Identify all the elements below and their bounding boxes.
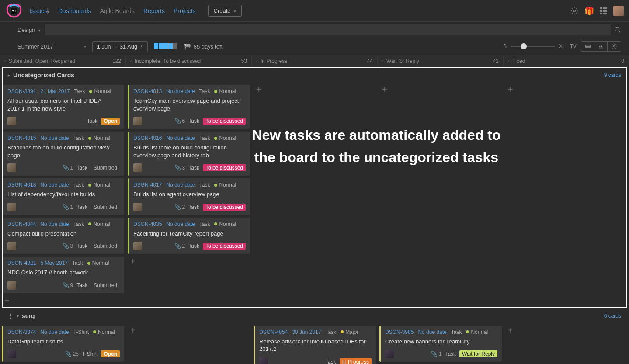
- swimlane-header[interactable]: ▸ Uncategorized Cards 9 cards: [0, 67, 629, 83]
- card-footer-type: Task: [76, 243, 87, 249]
- user-avatar[interactable]: [613, 6, 624, 16]
- attachment-icon: 📎1: [431, 351, 442, 357]
- gear-icon[interactable]: [608, 42, 621, 51]
- collapse-icon[interactable]: ‹: [508, 58, 510, 64]
- nav-projects[interactable]: Projects: [174, 7, 196, 14]
- add-card[interactable]: +: [2, 296, 12, 306]
- card-title: Release artwork for IntelliJ-based IDEs …: [259, 338, 372, 353]
- column-header[interactable]: ‹Incomplete, To be discussed53: [126, 55, 252, 67]
- card-id[interactable]: DSGN-4035: [133, 221, 162, 227]
- card-title: Builds list on agent overview page: [133, 191, 246, 198]
- sprint-select[interactable]: Summer 2017▾: [17, 43, 86, 50]
- apps-icon[interactable]: [600, 7, 607, 14]
- state-badge: Open: [101, 350, 120, 357]
- add-card[interactable]: +: [379, 85, 390, 95]
- card-id[interactable]: DSGN-4021: [7, 260, 36, 266]
- card-id[interactable]: DSGN-4017: [133, 182, 162, 188]
- collapse-icon[interactable]: ‹: [130, 58, 132, 64]
- assignee-avatar[interactable]: [133, 242, 142, 250]
- assignee-avatar[interactable]: [133, 163, 142, 172]
- card[interactable]: DSGN-4015No due dateTaskNormal Branches …: [2, 132, 124, 176]
- add-card[interactable]: +: [128, 257, 138, 267]
- card-id[interactable]: DSGN-4015: [7, 135, 36, 141]
- days-left: 🏁85 days left: [184, 43, 223, 50]
- attachment-icon: 📎3: [63, 243, 73, 249]
- card[interactable]: DSGN-4013No due dateTaskNormal TeamCity …: [128, 85, 250, 129]
- card-due: No due date: [166, 182, 195, 188]
- filter-input[interactable]: [45, 24, 611, 35]
- collapse-icon[interactable]: ‹: [382, 58, 384, 64]
- date-range[interactable]: 1 Jun — 31 Aug ▾: [92, 41, 148, 52]
- card-type: Task: [73, 182, 84, 188]
- nav-agile-boards[interactable]: Agile Boards: [100, 7, 135, 14]
- collapse-icon[interactable]: ‹: [4, 58, 6, 64]
- lane-column: DSGN-4013No due dateTaskNormal TeamCity …: [126, 83, 252, 308]
- assignee-avatar[interactable]: [259, 357, 268, 364]
- add-card[interactable]: +: [254, 85, 264, 95]
- lane-column: DSGN-389121 Mar 2017TaskNormal All our u…: [0, 83, 126, 308]
- card-id[interactable]: DSGN-4054: [259, 329, 288, 335]
- assignee-avatar[interactable]: [7, 350, 16, 358]
- youtrack-logo[interactable]: YT: [5, 2, 23, 20]
- filter-label[interactable]: Design ▾: [17, 27, 41, 33]
- state-badge: In Progress: [340, 358, 372, 364]
- column-header[interactable]: ‹Fixed0: [504, 55, 629, 67]
- tv-mode[interactable]: TV: [570, 43, 577, 49]
- card[interactable]: DSGN-4016No due dateTaskNormal Builds li…: [128, 132, 250, 176]
- card-due: No due date: [166, 221, 195, 227]
- assignee-avatar[interactable]: [133, 203, 142, 211]
- card[interactable]: DSGN-4017No due dateTaskNormal Builds li…: [128, 178, 250, 215]
- card-id[interactable]: DSGN-3985: [385, 329, 414, 335]
- nav-reports[interactable]: Reports: [143, 7, 165, 14]
- settings-icon[interactable]: [570, 7, 578, 15]
- column-header[interactable]: ‹Submitted, Open, Reopened122: [0, 55, 126, 67]
- card-type: Task: [199, 135, 210, 141]
- card-size-slider[interactable]: [511, 46, 555, 47]
- assignee-avatar[interactable]: [7, 163, 16, 172]
- flag-icon: 🏁: [184, 43, 191, 50]
- assignee-avatar[interactable]: [7, 203, 16, 211]
- assignee-avatar[interactable]: [385, 350, 394, 358]
- assignee-avatar[interactable]: [133, 117, 142, 125]
- card[interactable]: DSGN-4018No due dateTaskNormal List of d…: [2, 178, 124, 215]
- search-icon[interactable]: [614, 26, 621, 33]
- card-id[interactable]: DSGN-3374: [7, 329, 36, 335]
- column-header[interactable]: ‹Wait for Reply42: [378, 55, 504, 67]
- card-footer-type: Task: [76, 165, 87, 171]
- card[interactable]: DSGN-40215 May 2017TaskNormal NDC Oslo 2…: [2, 257, 124, 293]
- collapse-toggle-icon[interactable]: ▸: [8, 73, 10, 78]
- card-title: All our usual banners for IntelliJ IDEA …: [7, 97, 120, 112]
- card-id[interactable]: DSGN-4016: [133, 135, 162, 141]
- card[interactable]: DSGN-3374No due dateT-ShirtNormal DataGr…: [2, 326, 124, 362]
- swimlane-header[interactable]: ⋮ ▾ serg 6 cards: [0, 308, 629, 324]
- add-card[interactable]: +: [128, 326, 138, 336]
- chevron-down-icon: ▾: [141, 44, 143, 49]
- assignee-avatar[interactable]: [7, 281, 16, 290]
- assignee-avatar[interactable]: [7, 242, 16, 250]
- card-priority: Normal: [88, 182, 110, 188]
- card-id[interactable]: DSGN-4044: [7, 221, 36, 227]
- gift-icon[interactable]: 🎁: [584, 6, 594, 16]
- svg-point-4: [613, 45, 615, 47]
- card-type: Task: [199, 182, 210, 188]
- card[interactable]: DSGN-4044No due dateTaskNormal Compact b…: [2, 218, 124, 254]
- card[interactable]: DSGN-389121 Mar 2017TaskNormal All our u…: [2, 85, 124, 129]
- add-card[interactable]: +: [505, 326, 516, 336]
- add-card[interactable]: +: [505, 85, 516, 95]
- assignee-avatar[interactable]: [7, 117, 16, 125]
- column-header[interactable]: ‹In Progress44: [252, 55, 378, 67]
- card[interactable]: DSGN-4035No due dateTaskNormal Facelifti…: [128, 218, 250, 254]
- card-id[interactable]: DSGN-4018: [7, 182, 36, 188]
- backlog-icon[interactable]: [581, 42, 594, 51]
- create-button[interactable]: Create ▾: [208, 5, 242, 17]
- card-id[interactable]: DSGN-4013: [133, 88, 162, 94]
- collapse-toggle-icon[interactable]: ▾: [17, 313, 19, 319]
- card-id[interactable]: DSGN-3891: [7, 88, 36, 94]
- card[interactable]: DSGN-3985No due dateTaskNormal Create ne…: [379, 326, 502, 362]
- nav-issues[interactable]: Issues |▾: [30, 7, 49, 14]
- chart-icon[interactable]: [594, 42, 608, 51]
- collapse-icon[interactable]: ‹: [256, 58, 258, 64]
- drag-handle-icon[interactable]: ⋮: [8, 312, 14, 319]
- nav-dashboards[interactable]: Dashboards: [58, 7, 91, 14]
- card[interactable]: DSGN-405430 Jun 2017TaskMajor Release ar…: [254, 326, 376, 364]
